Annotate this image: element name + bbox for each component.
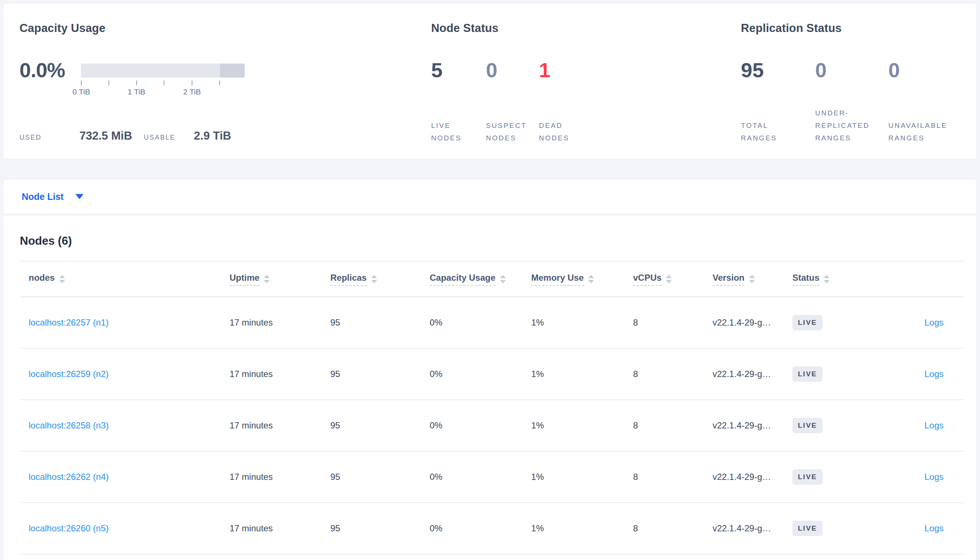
dead-nodes-value: 1: [539, 58, 584, 83]
usable-value: 2.9 TiB: [194, 129, 231, 143]
node-address-cell: localhost:26258 (n3): [20, 400, 221, 451]
table-header-cell-logs: [857, 261, 964, 297]
column-header[interactable]: Uptime: [221, 261, 321, 297]
sort-icon[interactable]: [500, 275, 506, 283]
used-label: USED: [20, 134, 42, 142]
nodes-table-body: localhost:26257 (n1) 17 minutes 95 0% 1%…: [20, 297, 964, 554]
nodes-table: nodes Uptime Replicas Capacity Usage: [20, 261, 964, 555]
status-badge: LIVE: [793, 469, 823, 485]
sort-icon[interactable]: [588, 275, 594, 283]
column-header-label: Memory Use: [531, 273, 584, 286]
sort-icon[interactable]: [59, 275, 65, 283]
replication-status-title: Replication Status: [741, 20, 977, 37]
node-list-dropdown-label[interactable]: Node List: [22, 192, 64, 202]
live-nodes-value: 5: [431, 58, 486, 83]
suspect-nodes-value: 0: [486, 58, 539, 83]
status-badge: LIVE: [793, 315, 823, 330]
live-nodes-label: LIVE NODES: [431, 119, 476, 144]
logs-link[interactable]: Logs: [925, 369, 943, 379]
logs-cell: Logs: [857, 451, 964, 503]
capacity-usage-cell: 0%: [421, 400, 522, 451]
tick-label: 0 TiB: [72, 87, 90, 96]
table-row: localhost:26259 (n2) 17 minutes 95 0% 1%…: [20, 348, 964, 400]
capacity-usage-bar-chart: 0 TiB 1 TiB 2 TiB: [81, 58, 245, 98]
cluster-summary-panel: Capacity Usage 0.0%: [3, 3, 977, 159]
under-replicated-ranges-label: UNDER-REPLICATED RANGES: [815, 107, 877, 144]
version-cell: v22.1.4-29-g…: [704, 503, 784, 554]
logs-link[interactable]: Logs: [925, 472, 943, 482]
status-cell: LIVE: [784, 348, 857, 400]
logs-link[interactable]: Logs: [925, 317, 943, 327]
column-header[interactable]: Replicas: [321, 261, 421, 297]
capacity-usage-cell: 0%: [421, 503, 522, 554]
status-cell: LIVE: [784, 400, 857, 451]
memory-use-cell: 1%: [522, 348, 624, 400]
tick-mark: [164, 80, 164, 85]
logs-link[interactable]: Logs: [925, 420, 943, 430]
column-header-label: Version: [712, 273, 744, 286]
capacity-bar: [81, 63, 245, 78]
node-address-link[interactable]: localhost:26257 (n1): [29, 317, 109, 327]
column-header[interactable]: Status: [784, 261, 857, 297]
usable-label: USABLE: [144, 134, 176, 142]
capacity-usage-chart-row: 0.0% 0 TiB 1 TiB: [20, 58, 420, 98]
table-row: localhost:26257 (n1) 17 minutes 95 0% 1%…: [20, 297, 964, 348]
replicas-cell: 95: [321, 400, 421, 451]
replicas-cell: 95: [321, 297, 421, 348]
node-address-cell: localhost:26257 (n1): [20, 297, 221, 348]
column-header-label: Replicas: [330, 273, 367, 286]
suspect-nodes-label: SUSPECT NODES: [486, 119, 531, 144]
tick-mark: [219, 80, 220, 85]
version-cell: v22.1.4-29-g…: [704, 348, 784, 400]
memory-use-cell: 1%: [522, 451, 624, 503]
capacity-usage-cell: 0%: [421, 451, 522, 503]
node-status-title: Node Status: [431, 20, 730, 37]
suspect-nodes-stat: 0 SUSPECT NODES: [486, 58, 539, 144]
logs-cell: Logs: [857, 503, 964, 554]
column-header-label: nodes: [29, 273, 55, 286]
version-cell: v22.1.4-29-g…: [704, 400, 784, 451]
node-address-link[interactable]: localhost:26258 (n3): [29, 420, 109, 430]
logs-link[interactable]: Logs: [925, 523, 943, 533]
column-header[interactable]: vCPUs: [624, 261, 704, 297]
logs-cell: Logs: [857, 400, 964, 451]
node-list-dropdown[interactable]: Node List: [3, 179, 977, 214]
tick-mark: [109, 80, 109, 85]
table-row: localhost:26262 (n4) 17 minutes 95 0% 1%…: [20, 451, 964, 503]
memory-use-cell: 1%: [522, 297, 624, 348]
column-header[interactable]: Version: [704, 261, 784, 297]
logs-cell: Logs: [857, 348, 964, 400]
nodes-table-panel: Nodes (6) nodes Uptime: [3, 215, 977, 560]
total-ranges-value: 95: [741, 58, 815, 83]
vcpus-cell: 8: [624, 400, 704, 451]
unavailable-ranges-label: UNAVAILABLE RANGES: [888, 119, 950, 144]
capacity-usage-cell: 0%: [421, 348, 522, 400]
capacity-used-usable-row: USED 732.5 MiB USABLE 2.9 TiB: [20, 129, 420, 143]
column-header[interactable]: nodes: [20, 261, 221, 297]
unavailable-ranges-value: 0: [888, 58, 950, 83]
node-address-link[interactable]: localhost:26262 (n4): [29, 472, 109, 482]
column-header-label: Status: [793, 273, 819, 286]
tick-label: 2 TiB: [183, 87, 201, 96]
sort-icon[interactable]: [666, 275, 672, 283]
vcpus-cell: 8: [624, 297, 704, 348]
sort-icon[interactable]: [371, 275, 377, 283]
sort-icon[interactable]: [749, 275, 755, 283]
uptime-cell: 17 minutes: [221, 503, 321, 554]
table-row: localhost:26258 (n3) 17 minutes 95 0% 1%…: [20, 400, 964, 451]
capacity-usage-section: Capacity Usage 0.0%: [3, 3, 420, 159]
total-ranges-label: TOTAL RANGES: [741, 119, 787, 144]
node-address-cell: localhost:26262 (n4): [20, 451, 221, 503]
replicas-cell: 95: [321, 503, 421, 554]
column-header[interactable]: Capacity Usage: [421, 261, 522, 297]
node-address-cell: localhost:26260 (n5): [20, 503, 221, 554]
tick-mark: [136, 80, 137, 85]
sort-icon[interactable]: [824, 275, 829, 283]
node-address-link[interactable]: localhost:26260 (n5): [29, 523, 109, 533]
nodes-count-title: Nodes (6): [20, 215, 960, 248]
dead-nodes-label: DEAD NODES: [539, 119, 584, 144]
sort-icon[interactable]: [264, 275, 270, 283]
column-header-label: vCPUs: [633, 273, 661, 286]
node-address-link[interactable]: localhost:26259 (n2): [29, 369, 109, 379]
column-header[interactable]: Memory Use: [522, 261, 624, 297]
